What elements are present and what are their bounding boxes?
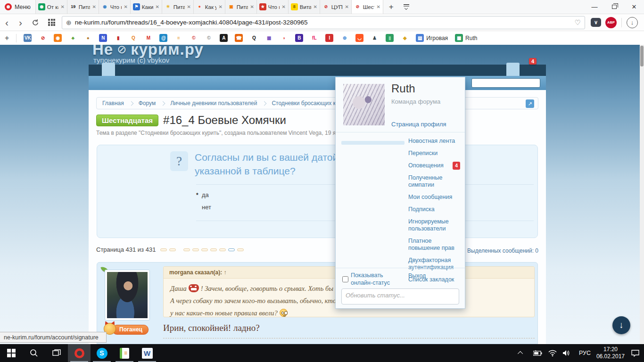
pagination-button[interactable]	[192, 248, 199, 251]
account-menu-item[interactable]	[341, 177, 405, 181]
taskbar-search-button[interactable]	[23, 344, 45, 362]
bookmark[interactable]: ♣	[69, 34, 77, 42]
account-menu-item[interactable]	[341, 136, 405, 140]
pagination-button[interactable]	[169, 248, 176, 251]
subnav-item[interactable]	[131, 76, 145, 90]
bookmark-heart-icon[interactable]: ♡	[575, 18, 581, 27]
account-menu-item[interactable]	[341, 162, 405, 165]
tab-close-icon[interactable]: ✕	[218, 4, 222, 9]
taskbar-app-button[interactable]: S	[91, 344, 113, 362]
taskbar-app-button[interactable]: O	[68, 344, 91, 362]
browser-tab[interactable]: ⊘ Шестнад ✕	[352, 0, 383, 14]
browser-tab[interactable]: ★ Что нуж ✕	[257, 0, 289, 14]
bookmark[interactable]: Q	[250, 34, 258, 42]
pagination-button[interactable]	[237, 248, 244, 251]
taskbar-app-button[interactable]: W	[136, 344, 158, 362]
tab-close-icon[interactable]: ✕	[60, 4, 64, 9]
breadcrumb-share-icon[interactable]: ↗	[526, 99, 534, 108]
pagination-button[interactable]	[160, 248, 167, 251]
nav-item[interactable]	[141, 65, 155, 76]
account-menu-item[interactable]	[341, 146, 405, 150]
bookmark[interactable]: ≡	[174, 34, 182, 42]
account-menu-item[interactable]: Двухфакторная аутентификация	[405, 255, 460, 273]
taskbar-app-button[interactable]: ≡	[113, 344, 136, 362]
profile-page-link[interactable]: Страница профиля	[391, 121, 446, 128]
subnav-item[interactable]	[117, 76, 131, 90]
page-scrollbar[interactable]	[640, 45, 644, 344]
bookmark[interactable]: ▦	[265, 34, 273, 42]
bookmark[interactable]: VK	[24, 34, 32, 42]
post-author-avatar[interactable]	[105, 270, 150, 321]
tab-close-icon[interactable]: ✕	[124, 4, 127, 9]
opera-menu-button[interactable]: Меню	[0, 0, 36, 14]
tab-close-icon[interactable]: ✕	[313, 4, 317, 9]
download-icon[interactable]: ↓	[627, 17, 638, 28]
bookmark[interactable]: N	[99, 34, 107, 42]
bookmark[interactable]: ◆	[401, 34, 409, 42]
forum-search-input[interactable]	[471, 78, 540, 88]
browser-tab[interactable]: ⚑ Какие п ✕	[131, 0, 162, 14]
bookmark[interactable]: ◡	[355, 34, 363, 42]
bookmark[interactable]: ◗	[280, 34, 288, 42]
wifi-icon[interactable]	[548, 350, 557, 356]
social-share-icon[interactable]	[503, 115, 513, 125]
pagination-button[interactable]	[219, 248, 226, 251]
url-field[interactable]: ⊕ ne-kurim.ru/forum/threads/16_4-boevye-…	[62, 16, 585, 29]
forward-button[interactable]: ›	[14, 17, 27, 27]
browser-tab[interactable]: ▣ Питание ✕	[225, 0, 257, 14]
pagination-button[interactable]	[201, 248, 208, 251]
show-online-status-checkbox[interactable]: Показывать онлайн-статус	[342, 272, 404, 287]
browser-tab[interactable]: ● Как уве ✕	[194, 0, 225, 14]
bookmark[interactable]: ⊕	[340, 34, 348, 42]
pocket-extension-icon[interactable]: ∨	[591, 18, 601, 27]
action-center-icon[interactable]	[631, 350, 639, 357]
restore-button[interactable]	[604, 0, 624, 14]
breadcrumb-item[interactable]: Личные дневники пользователей	[170, 100, 257, 107]
nav-item[interactable]	[89, 65, 102, 76]
bookmark[interactable]: ☎	[235, 34, 243, 42]
browser-tab[interactable]: 19 Питание ✕	[67, 0, 99, 14]
bookmark[interactable]: ▦ Ruth	[455, 34, 477, 42]
nav-item[interactable]	[520, 65, 533, 76]
close-button[interactable]: ✕	[624, 0, 644, 14]
breadcrumb-item[interactable]: Главная	[102, 100, 124, 107]
bookmark[interactable]: ▤ Игровая	[416, 34, 448, 42]
task-view-button[interactable]	[45, 344, 68, 362]
social-share-icon[interactable]	[478, 115, 488, 125]
browser-tab[interactable]: ⊘ ЦУП | С ✕	[320, 0, 352, 14]
update-status-input[interactable]	[341, 288, 459, 304]
tab-close-icon[interactable]: ✕	[281, 4, 285, 9]
nav-item[interactable]	[155, 65, 168, 76]
clock[interactable]: 17:20 06.02.2017	[596, 346, 625, 360]
browser-tab[interactable]: ◉ Что нуж ✕	[99, 0, 131, 14]
bookmark[interactable]: ♟	[371, 34, 379, 42]
show-hidden-icons-chevron[interactable]	[518, 351, 523, 356]
new-tab-button[interactable]: +	[383, 0, 399, 14]
account-menu-item[interactable]: Подписка	[405, 204, 460, 215]
scroll-to-bottom-button[interactable]: ↓	[612, 316, 630, 334]
social-share-icon[interactable]	[490, 115, 501, 125]
tab-close-icon[interactable]: ✕	[250, 4, 254, 9]
nav-item[interactable]	[115, 65, 128, 76]
bookmark[interactable]: I	[325, 34, 333, 42]
browser-tab[interactable]: 8 Витамин ✕	[289, 0, 320, 14]
bookmark[interactable]: A	[220, 34, 228, 42]
account-menu-item[interactable]	[341, 156, 405, 160]
tab-close-icon[interactable]: ✕	[376, 4, 380, 9]
url-text[interactable]: ne-kurim.ru/forum/threads/16_4-boevye-xo…	[75, 19, 571, 26]
start-button[interactable]	[0, 344, 23, 362]
tab-menu-icon[interactable]	[399, 0, 413, 14]
bookmark[interactable]: ▮	[114, 34, 122, 42]
subnav-item[interactable]	[89, 76, 103, 90]
tab-close-icon[interactable]: ✕	[92, 4, 96, 9]
browser-tab[interactable]: ☀ Питание ✕	[162, 0, 194, 14]
social-share-icon[interactable]	[516, 115, 526, 125]
subnav-item[interactable]	[103, 76, 117, 90]
bookmark[interactable]: ◉	[54, 34, 62, 42]
account-menu-item[interactable]: Новостная лента	[405, 136, 460, 147]
social-share-icon[interactable]	[528, 115, 539, 125]
bookmark[interactable]: @	[159, 34, 167, 42]
pagination-button[interactable]	[228, 248, 235, 251]
nav-item[interactable]	[102, 63, 115, 76]
account-menu-item[interactable]: Мои сообщения	[405, 192, 460, 203]
